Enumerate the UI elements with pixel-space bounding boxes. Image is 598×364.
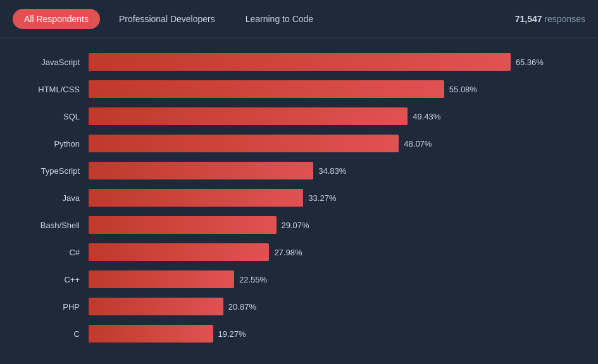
bar-row: TypeScript34.83% <box>25 159 573 182</box>
bar-row: Python48.07% <box>25 132 573 155</box>
bar-track: 19.27% <box>89 325 573 343</box>
bar-label: C++ <box>25 275 89 284</box>
bar-track: 48.07% <box>89 135 573 152</box>
bar-label: TypeScript <box>25 166 89 176</box>
bar-value: 34.83% <box>318 166 346 176</box>
bar-row: PHP20.87% <box>25 295 573 318</box>
bar-track: 33.27% <box>89 189 573 207</box>
tab-all[interactable]: All Respondents <box>13 9 100 29</box>
bar-track: 49.43% <box>89 107 573 125</box>
bar-value: 49.43% <box>413 112 440 121</box>
bar-fill <box>89 80 444 98</box>
bar-value: 55.08% <box>449 85 477 94</box>
bar-row: C++22.55% <box>25 268 573 291</box>
bar-track: 20.87% <box>89 298 573 315</box>
bar-label: Bash/Shell <box>25 221 89 230</box>
bar-label: Python <box>25 139 89 149</box>
bar-row: Bash/Shell29.07% <box>25 214 573 236</box>
bar-track: 29.07% <box>89 216 573 234</box>
bar-label: Java <box>25 193 89 203</box>
bar-fill <box>89 162 313 179</box>
bar-track: 65.36% <box>89 53 573 71</box>
bar-row: Java33.27% <box>25 186 573 209</box>
bar-fill <box>89 216 277 234</box>
bar-value: 65.36% <box>516 58 544 67</box>
bar-track: 22.55% <box>89 270 573 288</box>
bar-fill <box>89 270 234 288</box>
bar-value: 19.27% <box>218 329 246 339</box>
bar-fill <box>89 53 511 71</box>
bar-value: 29.07% <box>282 221 309 230</box>
bar-label: C <box>25 329 89 339</box>
bar-label: C# <box>25 248 89 257</box>
bar-value: 20.87% <box>228 302 256 312</box>
bar-value: 33.27% <box>308 193 336 203</box>
chart-area: JavaScript65.36%HTML/CSS55.08%SQL49.43%P… <box>0 38 598 356</box>
bar-value: 22.55% <box>239 275 267 284</box>
response-count: 71,547 responses <box>515 14 585 24</box>
bar-label: HTML/CSS <box>25 85 89 94</box>
bar-label: JavaScript <box>25 58 89 67</box>
bar-row: JavaScript65.36% <box>25 51 573 73</box>
bar-row: C#27.98% <box>25 241 573 264</box>
bar-fill <box>89 298 223 315</box>
bar-track: 55.08% <box>89 80 573 98</box>
bar-label: SQL <box>25 112 89 121</box>
bar-fill <box>89 243 269 261</box>
bar-label: PHP <box>25 302 89 312</box>
bar-row: C19.27% <box>25 322 573 345</box>
header: All RespondentsProfessional DevelopersLe… <box>0 0 598 38</box>
bar-fill <box>89 107 408 125</box>
bar-fill <box>89 325 213 343</box>
bar-track: 34.83% <box>89 162 573 179</box>
tab-learn[interactable]: Learning to Code <box>234 9 325 29</box>
bar-fill <box>89 189 303 207</box>
bar-track: 27.98% <box>89 243 573 261</box>
bar-value: 48.07% <box>404 139 432 149</box>
tab-pro[interactable]: Professional Developers <box>108 9 227 29</box>
bar-row: SQL49.43% <box>25 105 573 128</box>
bar-fill <box>89 135 399 152</box>
bar-row: HTML/CSS55.08% <box>25 78 573 100</box>
bar-value: 27.98% <box>274 248 302 257</box>
